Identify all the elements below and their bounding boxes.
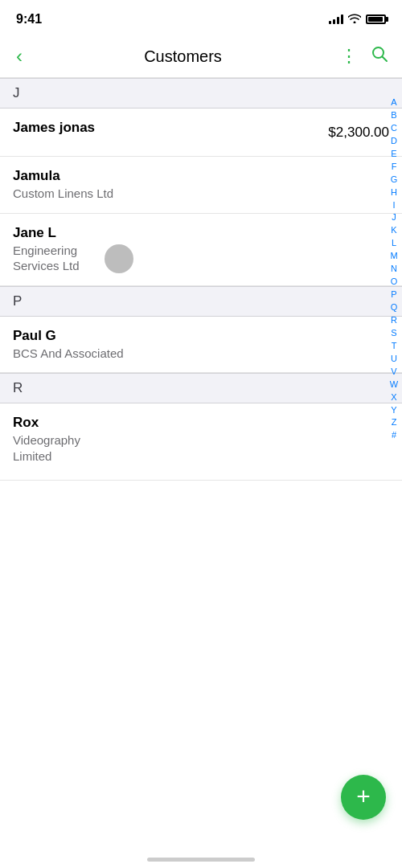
alpha-index-S[interactable]: S xyxy=(391,327,396,340)
fingerprint-overlay xyxy=(105,244,133,273)
section-header-r: R xyxy=(0,373,402,403)
alpha-index-B[interactable]: B xyxy=(391,109,396,122)
alpha-index-K[interactable]: K xyxy=(391,224,396,237)
alpha-index-X[interactable]: X xyxy=(391,391,396,404)
section-letter-p: P xyxy=(13,293,22,309)
list-item[interactable]: Jamula Custom Linens Ltd xyxy=(0,157,402,214)
section-header-j: J xyxy=(0,78,402,108)
customer-name: Jamula xyxy=(13,168,389,184)
customer-company: EngineeringServices Ltd xyxy=(13,243,389,274)
customer-balance: $2,300.00 xyxy=(328,125,389,141)
home-indicator xyxy=(147,858,255,862)
search-button[interactable] xyxy=(370,44,389,68)
svg-line-1 xyxy=(382,57,387,62)
battery-icon xyxy=(366,14,386,24)
customer-name: Jane L xyxy=(13,225,389,241)
section-letter-j: J xyxy=(13,85,20,100)
alpha-index-H[interactable]: H xyxy=(391,186,397,199)
status-bar: 9:41 xyxy=(0,0,402,35)
alpha-index-V[interactable]: V xyxy=(391,366,396,379)
alphabet-index[interactable]: ABCDEFGHIJKLMNOPQRSTUVWXYZ# xyxy=(386,96,402,442)
alpha-index-J[interactable]: J xyxy=(392,211,396,224)
status-icons xyxy=(329,13,386,26)
list-item[interactable]: Jane L EngineeringServices Ltd xyxy=(0,214,402,286)
nav-header: ‹ Customers ⋮ xyxy=(0,35,402,78)
alpha-index-A[interactable]: A xyxy=(391,96,396,109)
alpha-index-E[interactable]: E xyxy=(391,148,396,161)
alpha-index-O[interactable]: O xyxy=(391,276,398,289)
customer-name: Rox xyxy=(13,415,389,431)
alpha-index-W[interactable]: W xyxy=(390,379,398,391)
alpha-index-R[interactable]: R xyxy=(391,314,397,327)
customer-company: Custom Linens Ltd xyxy=(13,186,389,202)
page-title: Customers xyxy=(144,47,222,66)
alpha-index-T[interactable]: T xyxy=(392,340,397,353)
section-letter-r: R xyxy=(13,380,23,395)
list-item[interactable]: James jonas $2,300.00 xyxy=(0,108,402,157)
alpha-index-Z[interactable]: Z xyxy=(392,416,397,429)
alpha-index-N[interactable]: N xyxy=(391,263,397,276)
alpha-index-#[interactable]: # xyxy=(392,429,396,442)
alpha-index-D[interactable]: D xyxy=(391,135,397,148)
customer-company: VideographyLimited xyxy=(13,432,389,464)
alpha-index-C[interactable]: C xyxy=(391,122,397,135)
alpha-index-L[interactable]: L xyxy=(392,237,396,250)
alpha-index-M[interactable]: M xyxy=(390,250,397,263)
alpha-index-U[interactable]: U xyxy=(391,353,397,366)
alpha-index-Y[interactable]: Y xyxy=(391,404,396,417)
customer-name: Paul G xyxy=(13,328,389,344)
more-options-button[interactable]: ⋮ xyxy=(340,46,359,67)
alpha-index-P[interactable]: P xyxy=(391,289,396,301)
customer-company: BCS And Associated xyxy=(13,346,389,362)
section-header-p: P xyxy=(0,286,402,317)
wifi-icon xyxy=(348,13,361,26)
list-item[interactable]: Paul G BCS And Associated xyxy=(0,317,402,374)
alpha-index-G[interactable]: G xyxy=(391,174,398,186)
alpha-index-I[interactable]: I xyxy=(392,199,395,212)
status-time: 9:41 xyxy=(16,12,42,27)
list-item[interactable]: Rox VideographyLimited xyxy=(0,403,402,481)
signal-icon xyxy=(329,14,343,24)
nav-actions: ⋮ xyxy=(340,44,389,68)
alpha-index-F[interactable]: F xyxy=(392,161,397,174)
alpha-index-Q[interactable]: Q xyxy=(391,301,398,314)
add-icon: + xyxy=(356,784,371,809)
back-button[interactable]: ‹ xyxy=(13,43,26,69)
add-customer-button[interactable]: + xyxy=(341,775,386,820)
customer-list: J James jonas $2,300.00 Jamula Custom Li… xyxy=(0,78,402,481)
